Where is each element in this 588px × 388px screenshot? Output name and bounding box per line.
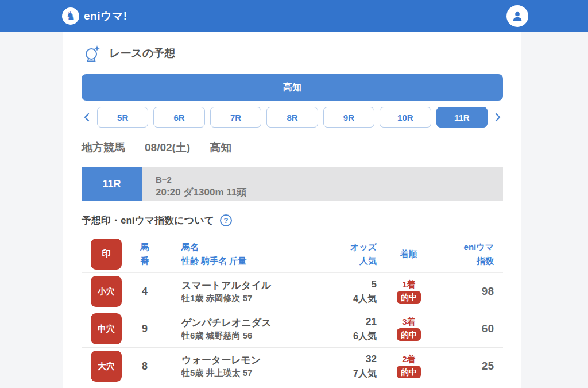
horse-detail: 牡1歳 赤岡修次 57 — [181, 292, 322, 304]
horse-detail: 牡5歳 井上瑛太 57 — [181, 367, 322, 379]
race-info-bar: 11R B−2 20:20 ダ1300m 11頭 — [82, 167, 503, 201]
tab-race-9r[interactable]: 9R — [323, 107, 374, 128]
prediction-mark-badge: 小穴 — [91, 276, 122, 307]
prev-race-button[interactable] — [82, 113, 92, 122]
tab-race-10r[interactable]: 10R — [380, 107, 431, 128]
page-title: レースの予想 — [109, 46, 175, 61]
venue-button[interactable]: 高知 — [82, 74, 503, 101]
odds-cell: 32 7人気 — [322, 352, 377, 380]
chevron-left-icon — [84, 113, 90, 122]
popularity: 6人気 — [322, 329, 377, 343]
col-header-result: 着順 — [377, 247, 441, 260]
section-header: レースの予想 — [82, 44, 503, 63]
horse-name-cell: ウォーターレモン 牡5歳 井上瑛太 57 — [168, 354, 322, 379]
finish-position: 1着 — [402, 279, 415, 290]
horse-number: 8 — [122, 360, 168, 372]
horse-name: ゲンパチレオニダス — [181, 316, 322, 330]
odds-cell: 5 4人気 — [322, 278, 377, 305]
horse-name: ウォーターレモン — [181, 354, 322, 367]
chevron-right-icon — [495, 113, 501, 122]
eniuma-index: 25 — [441, 360, 494, 372]
table-row: 中穴 9 ゲンパチレオニダス 牡6歳 城野慈尚 56 21 6人気 3着 的中 … — [82, 310, 503, 348]
crystal-ball-icon — [84, 44, 101, 63]
race-details: 20:20 ダ1300m 11頭 — [156, 186, 503, 199]
person-icon — [511, 10, 524, 22]
app-header: ♞ eniウマ! — [0, 0, 588, 32]
help-icon[interactable]: ? — [220, 214, 232, 226]
result-cell: 1着 的中 — [377, 279, 441, 304]
table-header-row: 印 馬 番 馬名 性齢 騎手名 斤量 オッズ 人気 着順 eniウマ 指数 — [82, 235, 503, 273]
user-avatar-button[interactable] — [506, 5, 528, 27]
finish-position: 2着 — [402, 354, 415, 364]
prediction-table: 印 馬 番 馬名 性齢 騎手名 斤量 オッズ 人気 着順 eniウマ 指数 小 — [82, 235, 503, 385]
result-cell: 2着 的中 — [377, 354, 441, 379]
tab-race-7r[interactable]: 7R — [210, 107, 261, 128]
eniuma-index: 60 — [441, 322, 494, 335]
about-label: 予想印・eniウマ指数について — [82, 214, 214, 227]
app-logo-text: eniウマ! — [84, 9, 127, 24]
horse-name-cell: スマートアルタイル 牡1歳 赤岡修次 57 — [168, 279, 322, 305]
eniuma-index: 98 — [441, 285, 494, 298]
odds-value: 21 — [322, 315, 377, 329]
horse-logo-icon: ♞ — [62, 7, 79, 25]
race-meta: 地方競馬 08/02(土) 高知 — [82, 140, 503, 155]
prediction-mark-badge: 大穴 — [91, 351, 122, 382]
main-panel: レースの予想 高知 5R 6R 7R 8R 9R 10R 11R 地方競馬 08… — [63, 32, 521, 388]
tab-race-6r[interactable]: 6R — [153, 107, 204, 128]
hit-badge: 的中 — [397, 366, 421, 379]
race-number-block: 11R — [82, 167, 142, 201]
hit-badge: 的中 — [397, 291, 421, 304]
finish-position: 3着 — [402, 317, 415, 327]
about-row: 予想印・eniウマ指数について ? — [82, 214, 503, 227]
popularity: 7人気 — [322, 367, 377, 380]
col-header-index: eniウマ 指数 — [441, 240, 494, 267]
horse-number: 4 — [122, 286, 168, 298]
tab-race-8r[interactable]: 8R — [266, 107, 318, 128]
race-venue: 高知 — [210, 140, 231, 155]
race-tab-bar: 5R 6R 7R 8R 9R 10R 11R — [82, 107, 503, 128]
col-header-name: 馬名 性齢 騎手名 斤量 — [168, 240, 322, 267]
horse-name: スマートアルタイル — [181, 279, 322, 293]
odds-value: 5 — [322, 278, 377, 292]
result-cell: 3着 的中 — [377, 317, 441, 341]
horse-number: 9 — [122, 323, 168, 335]
race-date: 08/02(土) — [145, 140, 190, 155]
col-header-number: 馬 番 — [122, 240, 168, 267]
race-class: B−2 — [156, 175, 503, 185]
next-race-button[interactable] — [493, 113, 503, 122]
prediction-mark-badge: 中穴 — [91, 313, 122, 344]
hit-badge: 的中 — [397, 328, 421, 341]
table-row: 小穴 4 スマートアルタイル 牡1歳 赤岡修次 57 5 4人気 1着 的中 9… — [82, 273, 503, 310]
table-row: 大穴 8 ウォーターレモン 牡5歳 井上瑛太 57 32 7人気 2着 的中 2… — [82, 348, 503, 385]
col-header-odds: オッズ 人気 — [322, 240, 377, 267]
horse-name-cell: ゲンパチレオニダス 牡6歳 城野慈尚 56 — [168, 316, 322, 342]
odds-cell: 21 6人気 — [322, 315, 377, 343]
tab-race-5r[interactable]: 5R — [97, 107, 148, 128]
tab-race-11r-active[interactable]: 11R — [436, 107, 488, 128]
odds-value: 32 — [322, 352, 377, 367]
race-category: 地方競馬 — [82, 140, 125, 155]
horse-detail: 牡6歳 城野慈尚 56 — [181, 329, 322, 341]
race-info-body: B−2 20:20 ダ1300m 11頭 — [142, 167, 503, 201]
popularity: 4人気 — [322, 292, 377, 305]
app-logo[interactable]: ♞ eniウマ! — [62, 7, 127, 25]
mark-header-badge: 印 — [91, 239, 122, 270]
